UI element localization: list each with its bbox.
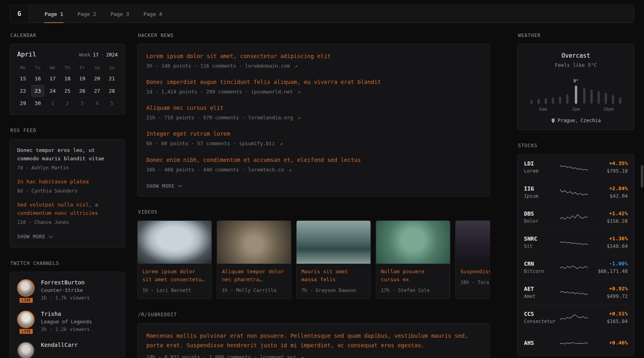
video-title[interactable]: Aliquam tempor dolor nec pharetra… — [222, 268, 286, 284]
hackernews-show-more-button[interactable]: SHOW MORE — [146, 183, 181, 190]
temperature-bar-slot — [530, 100, 533, 104]
hackernews-section: HACKER NEWS Lorem ipsum dolor sit amet, … — [137, 33, 490, 197]
stock-price: $156.28 — [591, 218, 628, 224]
app-logo[interactable]: G — [10, 5, 29, 23]
video-card[interactable]: Nullam posuere cursus ex 17h · Stefan Co… — [376, 220, 450, 300]
scrollbar-thumb[interactable] — [641, 165, 643, 187]
stock-row[interactable]: DBS Dolor +1.42% $156.28 — [524, 205, 628, 230]
hackernews-item-title[interactable]: Donec imperdiet augue tincidunt felis al… — [146, 78, 481, 86]
middle-column: HACKER NEWS Lorem ipsum dolor sit amet, … — [137, 33, 505, 358]
stock-name: Bitcorn — [524, 268, 557, 274]
twitch-channel[interactable]: KendallCarr — [17, 342, 118, 358]
video-card-body: Mauris sit amet massa felis 7h · Grayson… — [297, 264, 370, 299]
video-card[interactable]: Aliquam tempor dolor nec pharetra… 1h · … — [217, 220, 291, 300]
calendar-year: 2024 — [106, 52, 118, 58]
hackernews-item-title[interactable]: Donec enim nibh, condimentum et accumsan… — [146, 156, 481, 164]
stock-change: +4.35% — [591, 160, 628, 166]
external-link-icon[interactable]: ↗ — [289, 167, 292, 173]
right-column: WEATHER Overcast Feels like 5°C — [517, 33, 634, 358]
channel-name[interactable]: ForrestBurton — [41, 279, 90, 286]
video-card[interactable]: Suspendisse diam 18h · Tara — [455, 220, 490, 300]
rss-item-title[interactable]: Sed volutpat nulla nisl, a condimentum n… — [17, 201, 118, 218]
calendar-weekday: Th — [65, 63, 70, 73]
calendar-day: 17 — [46, 73, 59, 84]
stock-row[interactable]: SNRC Sit +1.36% $148.64 — [524, 230, 628, 255]
video-title[interactable]: Lorem ipsum dolor sit amet consectetu… — [142, 268, 207, 284]
avatar — [17, 342, 35, 358]
calendar-day: 16 — [31, 73, 44, 84]
calendar-header: April Week 17 · 2024 — [16, 51, 119, 58]
video-card[interactable]: Lorem ipsum dolor sit amet consectetu… 1… — [137, 220, 212, 300]
external-link-icon[interactable]: ↗ — [297, 89, 301, 95]
temperature-bar — [590, 90, 593, 104]
video-title[interactable]: Nullam posuere cursus ex — [381, 268, 445, 284]
page-tab[interactable]: Page 4 — [138, 5, 167, 23]
video-title[interactable]: Mauris sit amet massa felis — [301, 268, 366, 284]
temperature-bar — [530, 100, 533, 104]
video-thumbnail — [297, 221, 370, 264]
hackernews-item-title[interactable]: Lorem ipsum dolor sit amet, consectetur … — [146, 52, 481, 60]
rss-item-title[interactable]: Donec tempor eros leo, ut commodo mauris… — [17, 146, 118, 163]
calendar-day: 27 — [91, 85, 103, 97]
rss-item-title[interactable]: In hac habitasse platea — [17, 178, 118, 186]
stock-row[interactable]: CCS Consectetur +0.51% $165.84 — [524, 305, 628, 330]
temperature-bar-slot — [605, 93, 607, 104]
twitch-section: TWITCH CHANNELS LIVE ForrestBurton Count… — [10, 261, 125, 358]
page-tab[interactable]: Page 1 — [39, 5, 68, 23]
external-link-icon[interactable]: ↗ — [279, 140, 283, 146]
calendar-week-label: Week — [79, 52, 91, 58]
temperature-label: 9° — [573, 78, 578, 84]
subreddit-post-meta: 19h · 9,932 points · 1,090 comments · lo… — [146, 354, 481, 358]
temperature-bar — [575, 86, 577, 104]
rss-show-more-button[interactable]: SHOW MORE — [17, 233, 52, 240]
stock-symbol: AET — [524, 286, 557, 292]
stock-symbol: IIG — [524, 185, 557, 192]
weather-feels-like: Feels like 5°C — [525, 62, 627, 68]
hackernews-item: Lorem ipsum dolor sit amet, consectetur … — [146, 52, 481, 70]
page-tab[interactable]: Page 2 — [72, 5, 101, 23]
weather-hour-label: 10pm — [603, 107, 614, 112]
stock-row[interactable]: LDI Lorem +4.35% $795.18 — [524, 155, 628, 180]
channel-avatar: LIVE — [17, 279, 35, 302]
external-link-icon[interactable]: ↗ — [301, 354, 304, 358]
stock-sparkline — [560, 212, 588, 223]
calendar-day: 29 — [17, 97, 29, 109]
hackernews-item-meta: 16h · 468 points · 440 comments · loremt… — [146, 166, 481, 173]
twitch-channel[interactable]: LIVE ForrestBurton Counter-Strike 1h · 1… — [17, 279, 118, 302]
calendar-day: 28 — [105, 85, 118, 97]
stock-row[interactable]: AET Amet +0.92% $499.72 — [524, 280, 628, 305]
hackernews-item-title[interactable]: Integer eget rutrum lorem — [146, 130, 481, 138]
external-link-icon[interactable]: ↗ — [297, 115, 301, 121]
stock-symbol: AHS — [524, 340, 557, 346]
video-title[interactable]: Suspendisse diam — [460, 268, 490, 276]
calendar-day: 1 — [46, 97, 59, 109]
rss-list: Donec tempor eros leo, ut commodo mauris… — [17, 146, 118, 226]
temperature-bar-slot — [597, 91, 600, 104]
external-link-icon[interactable]: ↗ — [295, 63, 298, 69]
calendar-day: 23 — [31, 85, 44, 97]
calendar-week: Week 17 · 2024 — [79, 52, 118, 58]
stock-row[interactable]: IIG Ipsum +2.84% $42.04 — [524, 180, 628, 205]
twitch-widget: LIVE ForrestBurton Counter-Strike 1h · 1… — [10, 272, 125, 358]
rss-item: Sed volutpat nulla nisl, a condimentum n… — [17, 201, 118, 226]
hackernews-item-title[interactable]: Aliquam nec cursus elit — [146, 104, 481, 112]
video-card-body: Aliquam tempor dolor nec pharetra… 1h · … — [217, 264, 291, 299]
temperature-bar — [559, 97, 561, 104]
subreddit-post-title[interactable]: Maecenas mollis pulvinar erat non posuer… — [146, 331, 481, 350]
video-thumbnail — [456, 221, 490, 264]
channel-name[interactable]: Trisha — [41, 311, 92, 317]
left-column: CALENDAR April Week 17 · 2024 MoTuWeThFr… — [10, 33, 125, 358]
temperature-bar-slot — [559, 97, 561, 104]
calendar-day: 19 — [76, 73, 89, 84]
twitch-channel[interactable]: LIVE Trisha League of Legends 3h · 1.2k … — [17, 311, 118, 333]
channel-name[interactable]: KendallCarr — [41, 342, 78, 348]
calendar-day: 18 — [61, 73, 74, 84]
stock-values: +0.92% $499.72 — [591, 286, 628, 299]
video-card[interactable]: Mauris sit amet massa felis 7h · Grayson… — [296, 220, 371, 300]
stock-row[interactable]: AHS +0.46% — [524, 330, 628, 355]
temperature-bar — [566, 94, 568, 104]
stock-row[interactable]: CRN Bitcorn -1.00% $66,171.48 — [524, 255, 628, 280]
stock-identity: AET Amet — [524, 286, 557, 299]
calendar-day: 15 — [17, 73, 29, 84]
page-tab[interactable]: Page 3 — [105, 5, 134, 23]
